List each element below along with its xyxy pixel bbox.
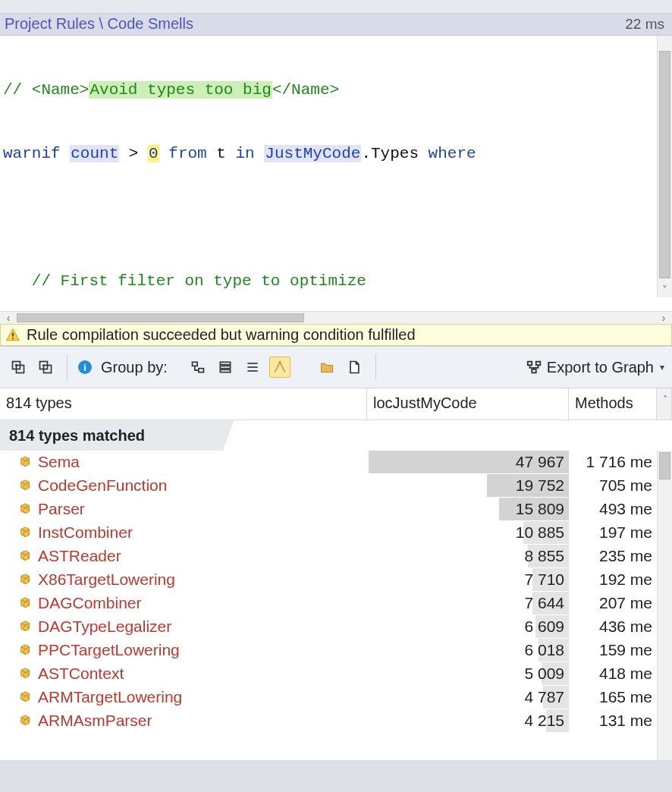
- loc-value: 8 855: [524, 547, 564, 564]
- export-label: Export to Graph: [547, 359, 654, 376]
- class-icon: [5, 641, 38, 658]
- scroll-down-icon[interactable]: ˅: [658, 284, 672, 297]
- code-text: [255, 145, 265, 162]
- type-name-cell[interactable]: ARMTargetLowering: [0, 686, 367, 709]
- col-header-types[interactable]: 814 types: [0, 388, 367, 420]
- methods-cell: 131 me: [569, 709, 657, 733]
- table-row[interactable]: ARMAsmParser4 215131 me: [0, 709, 657, 733]
- open-file-button[interactable]: [344, 357, 365, 378]
- type-name-cell[interactable]: X86TargetLowering: [0, 568, 367, 592]
- column-headers: 814 types locJustMyCode Methods ˄: [0, 388, 672, 420]
- collapse-all-button[interactable]: [35, 357, 56, 378]
- code-keyword: from: [168, 145, 206, 162]
- methods-cell: 192 me: [569, 568, 657, 592]
- type-name: DAGTypeLegalizer: [38, 618, 171, 635]
- table-row[interactable]: ARMTargetLowering4 787165 me: [0, 686, 657, 709]
- elapsed-time: 22 ms: [625, 16, 664, 33]
- table-row[interactable]: CodeGenFunction19 752705 me: [0, 474, 657, 498]
- code-text: >: [119, 145, 148, 162]
- results-vertical-scrollbar[interactable]: [657, 451, 672, 760]
- methods-cell: 436 me: [569, 615, 657, 639]
- class-icon: [5, 453, 38, 470]
- editor-vertical-scrollbar[interactable]: ˄ ˅: [657, 36, 672, 297]
- type-name-cell[interactable]: DAGTypeLegalizer: [0, 615, 367, 639]
- group-band[interactable]: 814 types matched: [0, 420, 672, 451]
- type-name-cell[interactable]: CodeGenFunction: [0, 474, 367, 498]
- svg-rect-0: [12, 332, 14, 336]
- code-editor[interactable]: // <Name>Avoid types too big</Name> warn…: [0, 36, 672, 311]
- table-row[interactable]: PPCTargetLowering6 018159 me: [0, 639, 657, 662]
- table-row[interactable]: ASTReader8 855235 me: [0, 545, 657, 568]
- loc-cell: 19 752: [367, 474, 569, 498]
- results-table: Sema47 9671 716 me CodeGenFunction19 752…: [0, 451, 657, 733]
- group-flat-button[interactable]: [242, 357, 263, 378]
- type-name: ASTReader: [38, 547, 121, 564]
- code-comment: // First filter on type to optimize: [3, 272, 366, 290]
- expand-all-button[interactable]: [8, 357, 29, 378]
- type-name-cell[interactable]: ASTReader: [0, 545, 367, 568]
- methods-cell: 1 716 me: [569, 451, 657, 474]
- loc-value: 7 710: [524, 570, 564, 588]
- class-icon: [5, 618, 38, 635]
- type-name-cell[interactable]: InstCombiner: [0, 521, 367, 545]
- table-row[interactable]: Parser15 809493 me: [0, 498, 657, 521]
- code-keyword: warnif: [3, 145, 61, 162]
- svg-rect-19: [536, 362, 541, 366]
- scroll-track[interactable]: [17, 312, 655, 324]
- loc-value: 47 967: [516, 453, 564, 470]
- type-name-cell[interactable]: ASTContext: [0, 662, 367, 686]
- results-grid: Sema47 9671 716 me CodeGenFunction19 752…: [0, 451, 672, 760]
- loc-value: 15 809: [516, 500, 564, 517]
- loc-cell: 4 215: [367, 709, 569, 733]
- loc-value: 19 752: [516, 476, 564, 494]
- loc-value: 6 018: [524, 641, 564, 658]
- scroll-thumb[interactable]: [17, 313, 304, 322]
- loc-cell: 4 787: [367, 686, 569, 709]
- col-header-loc[interactable]: locJustMyCode: [367, 388, 569, 420]
- scroll-left-icon[interactable]: ‹: [0, 312, 17, 324]
- table-row[interactable]: ASTContext5 009418 me: [0, 662, 657, 686]
- type-name-cell[interactable]: ARMAsmParser: [0, 709, 367, 733]
- loc-cell: 10 885: [367, 521, 569, 545]
- methods-cell: 493 me: [569, 498, 657, 521]
- scroll-right-icon[interactable]: ›: [655, 312, 672, 324]
- class-icon: [5, 688, 38, 706]
- class-icon: [5, 594, 38, 611]
- code-keyword: count: [70, 145, 119, 162]
- scroll-thumb[interactable]: [659, 452, 670, 479]
- table-row[interactable]: InstCombiner10 885197 me: [0, 521, 657, 545]
- status-row: Rule compilation succeeded but warning c…: [0, 324, 672, 346]
- breadcrumb[interactable]: Project Rules \ Code Smells: [5, 15, 193, 33]
- loc-value: 4 215: [524, 712, 564, 729]
- type-name: ARMAsmParser: [38, 712, 152, 729]
- editor-horizontal-scrollbar[interactable]: ‹ ›: [0, 311, 672, 324]
- svg-rect-11: [220, 362, 230, 364]
- table-row[interactable]: Sema47 9671 716 me: [0, 451, 657, 474]
- type-name-cell[interactable]: PPCTargetLowering: [0, 639, 367, 662]
- group-by-namespace-button[interactable]: [187, 357, 209, 378]
- scroll-up-icon[interactable]: ˄: [657, 388, 672, 420]
- code-text: .Types: [361, 145, 428, 162]
- export-to-graph-button[interactable]: Export to Graph ▾: [526, 359, 664, 376]
- scroll-thumb[interactable]: [659, 51, 670, 278]
- table-row[interactable]: DAGTypeLegalizer6 609436 me: [0, 615, 657, 639]
- methods-cell: 418 me: [569, 662, 657, 686]
- loc-value: 7 644: [524, 594, 564, 611]
- open-folder-button[interactable]: [316, 357, 338, 378]
- type-name-cell[interactable]: Sema: [0, 451, 367, 474]
- group-by-type-button[interactable]: [215, 357, 236, 378]
- type-name: CodeGenFunction: [38, 476, 167, 494]
- type-name-cell[interactable]: DAGCombiner: [0, 592, 367, 615]
- type-name-cell[interactable]: Parser: [0, 498, 367, 521]
- group-highlight-button[interactable]: [269, 357, 290, 378]
- graph-icon: [526, 359, 542, 376]
- code-comment: </Name>: [272, 81, 339, 99]
- table-row[interactable]: X86TargetLowering7 710192 me: [0, 568, 657, 592]
- col-header-methods[interactable]: Methods: [569, 388, 657, 420]
- code-ref: JustMyCode: [264, 145, 361, 162]
- svg-rect-20: [532, 369, 536, 373]
- table-row[interactable]: DAGCombiner7 644207 me: [0, 592, 657, 615]
- results-toolbar: i Group by: Export to Graph ▾: [0, 346, 672, 388]
- status-message: Rule compilation succeeded but warning c…: [27, 326, 416, 344]
- top-toolbar: [0, 0, 672, 14]
